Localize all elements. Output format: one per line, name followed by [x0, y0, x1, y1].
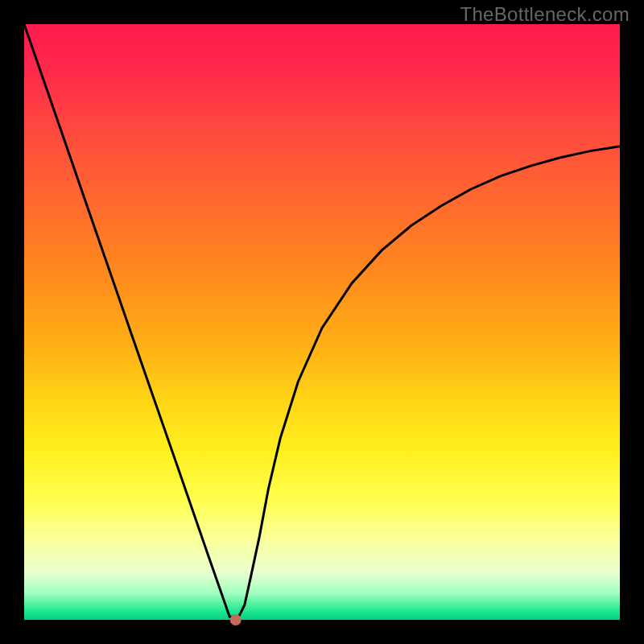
- highlight-marker: [230, 614, 242, 625]
- bottleneck-chart: TheBottleneck.com: [0, 0, 644, 644]
- watermark-text: TheBottleneck.com: [460, 3, 630, 26]
- chart-canvas: [0, 0, 644, 644]
- plot-background: [24, 24, 620, 620]
